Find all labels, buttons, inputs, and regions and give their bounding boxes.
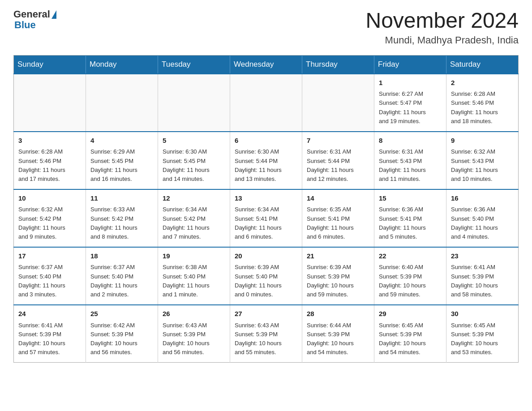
day-number: 20 bbox=[235, 251, 297, 261]
calendar-cell: 27Sunrise: 6:43 AM Sunset: 5:39 PM Dayli… bbox=[230, 305, 302, 363]
day-info: Sunrise: 6:42 AM Sunset: 5:39 PM Dayligh… bbox=[90, 321, 153, 357]
calendar-cell: 21Sunrise: 6:39 AM Sunset: 5:39 PM Dayli… bbox=[302, 247, 374, 305]
calendar-cell: 26Sunrise: 6:43 AM Sunset: 5:39 PM Dayli… bbox=[158, 305, 230, 363]
day-info: Sunrise: 6:39 AM Sunset: 5:40 PM Dayligh… bbox=[235, 263, 297, 299]
day-info: Sunrise: 6:31 AM Sunset: 5:44 PM Dayligh… bbox=[307, 147, 369, 184]
calendar-cell: 15Sunrise: 6:36 AM Sunset: 5:41 PM Dayli… bbox=[374, 189, 446, 247]
calendar-cell bbox=[230, 74, 302, 132]
calendar-cell: 11Sunrise: 6:33 AM Sunset: 5:42 PM Dayli… bbox=[86, 189, 158, 247]
day-header-sunday: Sunday bbox=[14, 55, 86, 74]
day-number: 15 bbox=[379, 193, 442, 204]
calendar-cell: 17Sunrise: 6:37 AM Sunset: 5:40 PM Dayli… bbox=[14, 247, 86, 305]
day-number: 1 bbox=[379, 78, 442, 88]
day-number: 10 bbox=[18, 193, 81, 204]
calendar-cell: 7Sunrise: 6:31 AM Sunset: 5:44 PM Daylig… bbox=[302, 132, 374, 189]
calendar-cell: 23Sunrise: 6:41 AM Sunset: 5:39 PM Dayli… bbox=[446, 247, 519, 305]
calendar-cell: 29Sunrise: 6:45 AM Sunset: 5:39 PM Dayli… bbox=[374, 305, 446, 363]
day-header-thursday: Thursday bbox=[302, 55, 374, 74]
day-info: Sunrise: 6:34 AM Sunset: 5:41 PM Dayligh… bbox=[235, 205, 297, 241]
day-info: Sunrise: 6:35 AM Sunset: 5:41 PM Dayligh… bbox=[307, 205, 369, 241]
day-number: 16 bbox=[451, 193, 514, 204]
day-number: 14 bbox=[307, 193, 369, 204]
calendar-cell: 14Sunrise: 6:35 AM Sunset: 5:41 PM Dayli… bbox=[302, 189, 374, 247]
calendar-cell: 24Sunrise: 6:41 AM Sunset: 5:39 PM Dayli… bbox=[14, 305, 86, 363]
day-number: 5 bbox=[163, 136, 225, 146]
day-number: 3 bbox=[18, 136, 81, 146]
calendar-cell: 1Sunrise: 6:27 AM Sunset: 5:47 PM Daylig… bbox=[374, 74, 446, 132]
logo-triangle-icon bbox=[51, 10, 56, 19]
calendar-body: 1Sunrise: 6:27 AM Sunset: 5:47 PM Daylig… bbox=[14, 74, 519, 363]
day-header-friday: Friday bbox=[374, 55, 446, 74]
calendar-cell: 13Sunrise: 6:34 AM Sunset: 5:41 PM Dayli… bbox=[230, 189, 302, 247]
calendar-cell: 3Sunrise: 6:28 AM Sunset: 5:46 PM Daylig… bbox=[14, 132, 86, 189]
day-number: 4 bbox=[90, 136, 153, 146]
calendar-cell: 12Sunrise: 6:34 AM Sunset: 5:42 PM Dayli… bbox=[158, 189, 230, 247]
day-info: Sunrise: 6:39 AM Sunset: 5:39 PM Dayligh… bbox=[307, 263, 369, 299]
day-number: 21 bbox=[307, 251, 369, 261]
calendar-cell: 6Sunrise: 6:30 AM Sunset: 5:44 PM Daylig… bbox=[230, 132, 302, 189]
day-number: 26 bbox=[163, 309, 225, 319]
day-info: Sunrise: 6:45 AM Sunset: 5:39 PM Dayligh… bbox=[379, 321, 442, 357]
day-info: Sunrise: 6:32 AM Sunset: 5:43 PM Dayligh… bbox=[451, 147, 514, 184]
day-info: Sunrise: 6:36 AM Sunset: 5:41 PM Dayligh… bbox=[379, 205, 442, 241]
calendar-cell: 25Sunrise: 6:42 AM Sunset: 5:39 PM Dayli… bbox=[86, 305, 158, 363]
week-row-5: 24Sunrise: 6:41 AM Sunset: 5:39 PM Dayli… bbox=[14, 305, 519, 363]
title-block: November 2024 Mundi, Madhya Pradesh, Ind… bbox=[365, 9, 519, 46]
day-number: 30 bbox=[451, 309, 514, 319]
day-header-monday: Monday bbox=[86, 55, 158, 74]
calendar-cell: 20Sunrise: 6:39 AM Sunset: 5:40 PM Dayli… bbox=[230, 247, 302, 305]
calendar-cell bbox=[158, 74, 230, 132]
calendar-cell bbox=[14, 74, 86, 132]
day-info: Sunrise: 6:40 AM Sunset: 5:39 PM Dayligh… bbox=[379, 263, 442, 299]
day-number: 28 bbox=[307, 309, 369, 319]
day-number: 29 bbox=[379, 309, 442, 319]
day-info: Sunrise: 6:37 AM Sunset: 5:40 PM Dayligh… bbox=[18, 263, 81, 299]
week-row-4: 17Sunrise: 6:37 AM Sunset: 5:40 PM Dayli… bbox=[14, 247, 519, 305]
logo-general-text: General bbox=[13, 9, 50, 20]
day-info: Sunrise: 6:33 AM Sunset: 5:42 PM Dayligh… bbox=[90, 205, 153, 241]
day-info: Sunrise: 6:41 AM Sunset: 5:39 PM Dayligh… bbox=[18, 321, 81, 357]
day-info: Sunrise: 6:30 AM Sunset: 5:44 PM Dayligh… bbox=[235, 147, 297, 184]
page-header: General Blue November 2024 Mundi, Madhya… bbox=[13, 9, 519, 46]
day-info: Sunrise: 6:29 AM Sunset: 5:45 PM Dayligh… bbox=[90, 147, 153, 184]
day-number: 7 bbox=[307, 136, 369, 146]
day-info: Sunrise: 6:43 AM Sunset: 5:39 PM Dayligh… bbox=[235, 321, 297, 357]
calendar-cell: 22Sunrise: 6:40 AM Sunset: 5:39 PM Dayli… bbox=[374, 247, 446, 305]
calendar-subtitle: Mundi, Madhya Pradesh, India bbox=[365, 34, 519, 46]
day-number: 25 bbox=[90, 309, 153, 319]
calendar-cell: 16Sunrise: 6:36 AM Sunset: 5:40 PM Dayli… bbox=[446, 189, 519, 247]
day-number: 2 bbox=[451, 78, 514, 88]
day-info: Sunrise: 6:30 AM Sunset: 5:45 PM Dayligh… bbox=[163, 147, 225, 184]
calendar-table: SundayMondayTuesdayWednesdayThursdayFrid… bbox=[13, 55, 519, 363]
day-header-wednesday: Wednesday bbox=[230, 55, 302, 74]
week-row-2: 3Sunrise: 6:28 AM Sunset: 5:46 PM Daylig… bbox=[14, 132, 519, 189]
day-info: Sunrise: 6:37 AM Sunset: 5:40 PM Dayligh… bbox=[90, 263, 153, 299]
day-info: Sunrise: 6:28 AM Sunset: 5:46 PM Dayligh… bbox=[451, 90, 514, 126]
day-number: 12 bbox=[163, 193, 225, 204]
calendar-header: SundayMondayTuesdayWednesdayThursdayFrid… bbox=[14, 55, 519, 74]
calendar-cell: 5Sunrise: 6:30 AM Sunset: 5:45 PM Daylig… bbox=[158, 132, 230, 189]
day-header-tuesday: Tuesday bbox=[158, 55, 230, 74]
day-number: 18 bbox=[90, 251, 153, 261]
logo: General Blue bbox=[13, 9, 56, 30]
calendar-cell bbox=[86, 74, 158, 132]
calendar-cell: 28Sunrise: 6:44 AM Sunset: 5:39 PM Dayli… bbox=[302, 305, 374, 363]
calendar-cell bbox=[302, 74, 374, 132]
calendar-cell: 18Sunrise: 6:37 AM Sunset: 5:40 PM Dayli… bbox=[86, 247, 158, 305]
day-number: 23 bbox=[451, 251, 514, 261]
day-number: 19 bbox=[163, 251, 225, 261]
day-info: Sunrise: 6:44 AM Sunset: 5:39 PM Dayligh… bbox=[307, 321, 369, 357]
calendar-cell: 4Sunrise: 6:29 AM Sunset: 5:45 PM Daylig… bbox=[86, 132, 158, 189]
day-number: 9 bbox=[451, 136, 514, 146]
calendar-cell: 9Sunrise: 6:32 AM Sunset: 5:43 PM Daylig… bbox=[446, 132, 519, 189]
day-number: 13 bbox=[235, 193, 297, 204]
calendar-title: November 2024 bbox=[365, 9, 519, 33]
calendar-cell: 2Sunrise: 6:28 AM Sunset: 5:46 PM Daylig… bbox=[446, 74, 519, 132]
day-number: 27 bbox=[235, 309, 297, 319]
day-info: Sunrise: 6:34 AM Sunset: 5:42 PM Dayligh… bbox=[163, 205, 225, 241]
day-info: Sunrise: 6:38 AM Sunset: 5:40 PM Dayligh… bbox=[163, 263, 225, 299]
day-number: 6 bbox=[235, 136, 297, 146]
day-info: Sunrise: 6:36 AM Sunset: 5:40 PM Dayligh… bbox=[451, 205, 514, 241]
calendar-cell: 8Sunrise: 6:31 AM Sunset: 5:43 PM Daylig… bbox=[374, 132, 446, 189]
week-row-1: 1Sunrise: 6:27 AM Sunset: 5:47 PM Daylig… bbox=[14, 74, 519, 132]
